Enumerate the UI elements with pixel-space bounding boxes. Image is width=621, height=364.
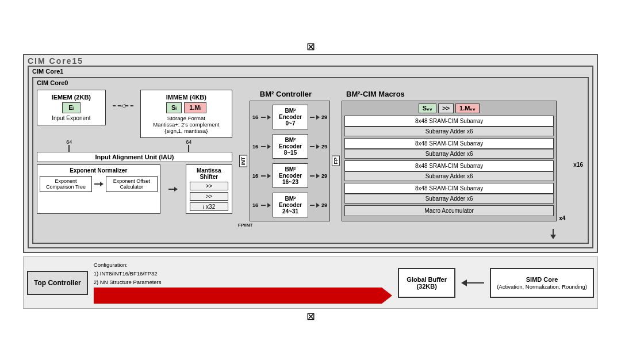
arrow-16-1: 16 xyxy=(252,114,259,120)
top-controller-box: Top Controller xyxy=(27,271,88,295)
arrow-64-left: 64 xyxy=(66,139,72,145)
shift-row-1: >> xyxy=(190,182,228,190)
iemem-sublabel: Input Exponent xyxy=(43,115,99,121)
si-box: Sᵢ xyxy=(166,102,182,113)
exp-norm-title: Exponent Normalizer xyxy=(40,167,158,174)
shift-box: >> xyxy=(438,104,454,113)
macros-block: Sᵥᵥ >> 1.Mᵥᵥ 8x48 SRAM-CIM Subarray Suba… xyxy=(342,101,557,221)
exponent-normalizer-block: Exponent Normalizer Exponent Comparison … xyxy=(37,164,160,214)
exp-comparison-tree: Exponent Comparison Tree xyxy=(40,176,92,192)
fp-label-area: FP xyxy=(330,101,342,221)
bm2-controller-label: BM² Controller xyxy=(237,90,335,98)
iau-section: Input Alignment Unit (IAU) Exponent Norm… xyxy=(37,152,232,214)
ei-box: Eᵢ xyxy=(62,102,80,113)
fp-int-label: FP/INT xyxy=(237,223,568,228)
encoder-0-7-label: BM² Encoder0~7 xyxy=(277,108,304,127)
arrow-16-2: 16 xyxy=(252,144,259,150)
mw-box: 1.Mᵥᵥ xyxy=(455,104,480,113)
cim-core15-label: CIM Core15 xyxy=(28,56,83,66)
format-label: {sign,1, mantissa} xyxy=(147,128,226,134)
global-buffer-box: Global Buffer(32KB) xyxy=(398,268,455,298)
simd-core-label: SIMD Core(Activation, Normalization, Rou… xyxy=(497,276,587,290)
bottom-section: Top Controller Configuration: 1) INT8/IN… xyxy=(23,256,598,309)
arrow-29-3: 29 xyxy=(321,173,327,179)
cim-core0-frame: CIM Core0 IEMEM (2KB) Eᵢ Input Exponent xyxy=(32,77,589,244)
mantissa-label: Mantissa+: 2's complement xyxy=(147,121,226,128)
int-bracket-area: INT xyxy=(237,101,250,221)
left-arrow-to-gb xyxy=(461,279,484,286)
config-line3: 2) NN Structure Parameters xyxy=(94,279,392,285)
subarray-adder-1: Subarray Adder x6 xyxy=(344,127,554,136)
exp-arrow xyxy=(94,176,103,192)
subarray-adder-3: Subarray Adder x6 xyxy=(344,171,554,181)
encoder-24-31: BM² Encoder24~31 xyxy=(273,193,308,217)
x4-label-area: x4 xyxy=(557,101,568,221)
dashed-arrow: ◁ xyxy=(113,102,133,109)
encoder-0-7: BM² Encoder0~7 xyxy=(273,105,308,129)
iau-title: Input Alignment Unit (IAU) xyxy=(37,152,232,162)
iemem-block: IEMEM (2KB) Eᵢ Input Exponent xyxy=(37,90,106,125)
cim-core1-label: CIM Core1 xyxy=(32,68,63,75)
top-controller-label: Top Controller xyxy=(34,279,81,287)
cim-core1-frame: CIM Core1 CIM Core0 IEMEM (2KB) Eᵢ xyxy=(28,66,593,248)
red-arrow xyxy=(94,288,392,304)
iemem-title: IEMEM (2KB) xyxy=(43,94,99,101)
sram-row-1: 8x48 SRAM-CIM Subarray xyxy=(344,116,554,127)
config-line1: Configuration: xyxy=(94,262,392,268)
fp-label: FP xyxy=(332,156,340,166)
exp-to-mantissa-arrow xyxy=(168,164,178,214)
encoder-24-31-label: BM² Encoder24~31 xyxy=(277,196,304,214)
arrow-29-2: 29 xyxy=(321,144,327,150)
sw-box: Sᵥᵥ xyxy=(419,104,436,113)
x16-label: x16 xyxy=(573,162,583,168)
shift-row-2: >> xyxy=(190,192,228,201)
encoder-16-23-label: BM² Encoder16~23 xyxy=(277,166,304,185)
subarray-adder-2: Subarray Adder x6 xyxy=(344,149,554,159)
config-line2: 1) INT8/INT16/BF16/FP32 xyxy=(94,270,392,277)
encoder-row-0: 16 BM² Encoder0~7 29 xyxy=(252,105,327,129)
immem-title: IMMEM (4KB) xyxy=(147,94,226,101)
macro-accumulator: Macro Accumulator xyxy=(344,205,554,216)
sram-row-3: 8x48 SRAM-CIM Subarray xyxy=(344,160,554,171)
arrow-64-right: 64 xyxy=(186,139,191,145)
shift-row-x32: ⁞ x32 xyxy=(190,202,228,211)
mantissa-shifter-block: Mantissa Shifter >> >> ⁞ x32 xyxy=(186,164,232,214)
arrow-29-1: 29 xyxy=(321,114,327,120)
diagram-container: ⊠ CIM Core15 CIM Core1 CIM Core0 xyxy=(23,40,598,324)
macros-label: BM²-CIM Macros xyxy=(346,90,405,98)
bottom-x-icon: ⊠ xyxy=(23,310,598,323)
sram-row-4: 8x48 SRAM-CIM Subarray xyxy=(344,183,554,194)
global-buffer-label: Global Buffer(32KB) xyxy=(405,276,448,290)
cim-core15-frame: CIM Core15 CIM Core1 CIM Core0 IEMEM (2K… xyxy=(23,54,598,253)
mi-box: 1.Mᵢ xyxy=(184,102,206,113)
subarray-adder-4: Subarray Adder x6 xyxy=(344,194,554,204)
exp-offset-calculator: Exponent Offset Calculator xyxy=(106,176,157,192)
config-area: Configuration: 1) INT8/INT16/BF16/FP32 2… xyxy=(94,262,392,304)
x4-label: x4 xyxy=(559,215,565,221)
x16-label-area: x16 xyxy=(572,90,584,239)
arrow-16-4: 16 xyxy=(252,202,259,208)
encoder-row-1: 16 BM² Encoder8~15 29 xyxy=(252,134,327,159)
sw-mw-header: Sᵥᵥ >> 1.Mᵥᵥ xyxy=(344,104,554,113)
int-label: INT xyxy=(239,155,247,167)
cim-core0-label: CIM Core0 xyxy=(37,79,68,86)
storage-format-label: Storage Format xyxy=(147,115,226,121)
encoders-column: 16 BM² Encoder0~7 29 xyxy=(250,101,330,221)
sram-row-2: 8x48 SRAM-CIM Subarray xyxy=(344,138,554,149)
mantissa-title: Mantissa Shifter xyxy=(190,167,228,180)
arrow-29-4: 29 xyxy=(321,202,327,208)
simd-core-box: SIMD Core(Activation, Normalization, Rou… xyxy=(490,268,594,298)
encoder-8-15-label: BM² Encoder8~15 xyxy=(277,137,304,156)
immem-block: IMMEM (4KB) Sᵢ 1.Mᵢ Storage Format Manti… xyxy=(140,90,232,138)
encoder-row-2: 16 BM² Encoder16~23 29 xyxy=(252,163,327,188)
encoder-row-3: 16 BM² Encoder24~31 29 xyxy=(252,193,327,217)
down-arrow-from-macros xyxy=(237,229,568,239)
arrow-16-3: 16 xyxy=(252,173,259,179)
top-x-icon: ⊠ xyxy=(23,40,598,53)
encoder-16-23: BM² Encoder16~23 xyxy=(273,163,308,188)
bm2-area: BM² Controller BM²-CIM Macros INT xyxy=(237,90,568,239)
encoder-8-15: BM² Encoder8~15 xyxy=(273,134,308,159)
